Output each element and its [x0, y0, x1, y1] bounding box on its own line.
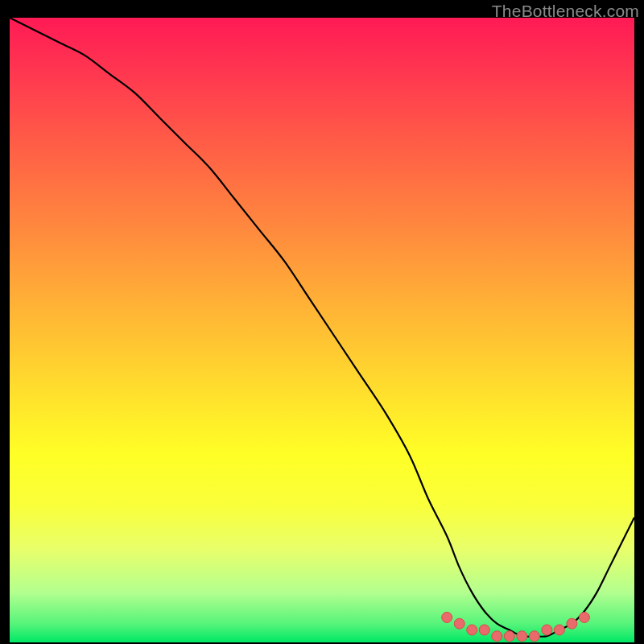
highlight-dot: [492, 631, 502, 642]
highlight-dot: [504, 631, 514, 642]
highlight-dot: [554, 625, 564, 635]
highlight-dot: [567, 618, 577, 629]
highlight-dot: [479, 625, 489, 635]
chart-frame: [10, 18, 634, 642]
highlight-dot: [529, 631, 539, 642]
highlight-dot: [467, 625, 477, 635]
highlight-dot: [542, 625, 552, 635]
highlight-dot: [454, 618, 464, 629]
highlight-dot: [442, 612, 452, 622]
highlight-dots-group: [442, 612, 590, 641]
bottleneck-curve-line: [10, 18, 634, 637]
watermark-text: TheBottleneck.com: [492, 2, 639, 21]
highlight-dot: [517, 631, 527, 642]
chart-svg: [10, 18, 634, 642]
highlight-dot: [579, 612, 589, 622]
